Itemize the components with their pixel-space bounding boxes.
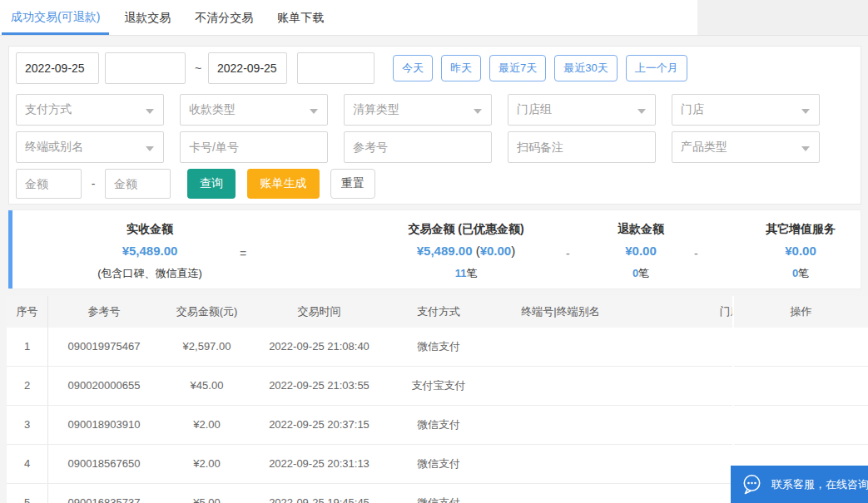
cell-method: 支付宝支付: [384, 367, 493, 405]
vas-amount-value: ¥0.00: [732, 239, 868, 263]
last-30-days-button[interactable]: 最近30天: [554, 55, 617, 81]
summary-accent-bar: [8, 210, 12, 288]
cell-terminal: [493, 328, 628, 366]
payee-type-select[interactable]: 收款类型: [180, 94, 328, 126]
store-select[interactable]: 门店: [672, 94, 820, 126]
cell-ref: 090016835737: [48, 484, 160, 503]
scan-code-remark-input[interactable]: [508, 131, 656, 163]
transaction-amount-block: 交易金额 (已优惠金额) ¥5,489.00 (¥0.00) 11笔: [350, 218, 583, 284]
chevron-down-icon: [637, 109, 646, 114]
last-7-days-button[interactable]: 最近7天: [489, 55, 546, 81]
header-cell-seq: 序号: [7, 296, 48, 328]
cell-time: 2022-09-25 21:08:40: [254, 328, 384, 366]
cell-terminal: [493, 484, 628, 503]
cell-method: 微信支付: [384, 328, 493, 366]
cell-seq: 4: [7, 445, 48, 483]
cell-seq: 3: [7, 406, 48, 444]
chevron-down-icon: [310, 109, 318, 114]
tabbar-corner-patch: [697, 0, 868, 35]
equals-operator: =: [240, 247, 246, 260]
cell-amount: ¥5.00: [160, 484, 254, 503]
chevron-down-icon: [801, 109, 810, 114]
chevron-down-icon: [146, 109, 154, 114]
cell-terminal: [493, 445, 628, 483]
cell-time: 2022-09-25 20:37:15: [254, 406, 384, 444]
select-filter-row-1: 支付方式 收款类型 清算类型 门店组 门店: [16, 94, 861, 126]
end-date-input[interactable]: [208, 52, 287, 84]
reset-button[interactable]: 重置: [330, 169, 375, 199]
tab-success-refundable[interactable]: 成功交易(可退款): [2, 0, 109, 35]
store-group-select[interactable]: 门店组: [508, 94, 656, 126]
minus-operator: -: [566, 247, 570, 260]
cell-operations: [734, 328, 868, 367]
clearing-type-select-label: 清算类型: [353, 102, 399, 117]
header-cell-time: 交易时间: [254, 296, 384, 328]
terminal-alias-select-label: 终端或别名: [25, 140, 83, 155]
cell-time: 2022-09-25 21:03:55: [254, 367, 384, 405]
start-date-input[interactable]: [16, 52, 99, 84]
cell-method: 微信支付: [384, 406, 493, 444]
vas-amount-block: 其它增值服务 ¥0.00 0笔: [732, 218, 868, 284]
vas-count: 0笔: [732, 263, 868, 284]
transaction-amount-label: 交易金额 (已优惠金额): [350, 218, 583, 239]
tab-bill-download[interactable]: 账单下载: [268, 0, 333, 35]
amount-max-input[interactable]: [105, 169, 171, 199]
customer-service-widget[interactable]: 联系客服，在线咨询: [731, 466, 868, 503]
header-cell-amount: 交易金额(元): [160, 296, 254, 328]
header-cell-operations: 操作: [734, 296, 868, 328]
terminal-alias-select[interactable]: 终端或别名: [16, 131, 164, 163]
product-type-select[interactable]: 产品类型: [672, 131, 820, 163]
chevron-down-icon: [146, 146, 154, 151]
cell-seq: 2: [7, 367, 48, 405]
cell-time: 2022-09-25 20:31:13: [254, 445, 384, 483]
cell-operations: [734, 406, 868, 445]
cell-amount: ¥2,597.00: [160, 328, 254, 366]
received-amount-label: 实收金额: [25, 218, 275, 239]
yesterday-button[interactable]: 昨天: [441, 55, 481, 81]
query-button[interactable]: 查询: [187, 169, 236, 199]
cell-method: 微信支付: [384, 484, 493, 503]
chevron-down-icon: [801, 146, 810, 151]
vas-amount-label: 其它增值服务: [732, 218, 868, 239]
cell-operations: [734, 367, 868, 406]
chat-bubble-icon: [741, 473, 763, 496]
payment-method-select[interactable]: 支付方式: [16, 94, 164, 126]
discount-paren-close: ): [511, 244, 515, 258]
cell-ref: 090018567650: [48, 445, 160, 483]
minus-operator: -: [694, 247, 698, 260]
bill-generate-button[interactable]: 账单生成: [247, 169, 320, 199]
amount-min-input[interactable]: [16, 169, 82, 199]
discount-value: ¥0.00: [480, 244, 512, 258]
header-cell-ref: 参考号: [48, 296, 160, 328]
refund-count: 0笔: [595, 263, 687, 284]
last-month-button[interactable]: 上一个月: [626, 55, 687, 81]
tab-unsettled-transactions[interactable]: 不清分交易: [186, 0, 262, 35]
reference-no-input[interactable]: [344, 131, 492, 163]
store-group-select-label: 门店组: [517, 102, 552, 117]
filter-panel: ~ 今天 昨天 最近7天 最近30天 上一个月 支付方式 收款类型 清算类型 门…: [8, 46, 861, 205]
end-time-input[interactable]: [297, 52, 374, 84]
payee-type-select-label: 收款类型: [189, 102, 236, 117]
received-amount-block: 实收金额 ¥5,489.00 (包含口碑、微信直连): [25, 218, 275, 284]
input-filter-row-2: 终端或别名 产品类型: [16, 131, 861, 163]
transaction-count: 11笔: [350, 263, 583, 284]
cell-amount: ¥2.00: [160, 445, 254, 483]
card-or-order-no-input[interactable]: [180, 131, 328, 163]
tab-bar: 成功交易(可退款) 退款交易 不清分交易 账单下载: [0, 0, 868, 36]
chevron-down-icon: [474, 109, 482, 114]
start-time-input[interactable]: [105, 52, 186, 84]
received-amount-note: (包含口碑、微信直连): [25, 263, 275, 284]
product-type-select-label: 产品类型: [681, 140, 727, 155]
cell-terminal: [493, 367, 628, 405]
cell-terminal: [493, 406, 628, 444]
cell-ref: 090019975467: [48, 328, 160, 366]
refund-amount-value: ¥0.00: [595, 239, 687, 263]
tab-refund-transactions[interactable]: 退款交易: [115, 0, 180, 35]
amount-action-row: - 查询 账单生成 重置: [16, 169, 861, 199]
clearing-type-select[interactable]: 清算类型: [344, 94, 492, 126]
cell-ref: 090020000655: [48, 367, 160, 405]
today-button[interactable]: 今天: [393, 55, 433, 81]
date-filter-row: ~ 今天 昨天 最近7天 最近30天 上一个月: [16, 52, 861, 84]
header-cell-method: 支付方式: [384, 296, 493, 328]
summary-bar: 实收金额 ¥5,489.00 (包含口碑、微信直连) = 交易金额 (已优惠金额…: [8, 210, 861, 289]
